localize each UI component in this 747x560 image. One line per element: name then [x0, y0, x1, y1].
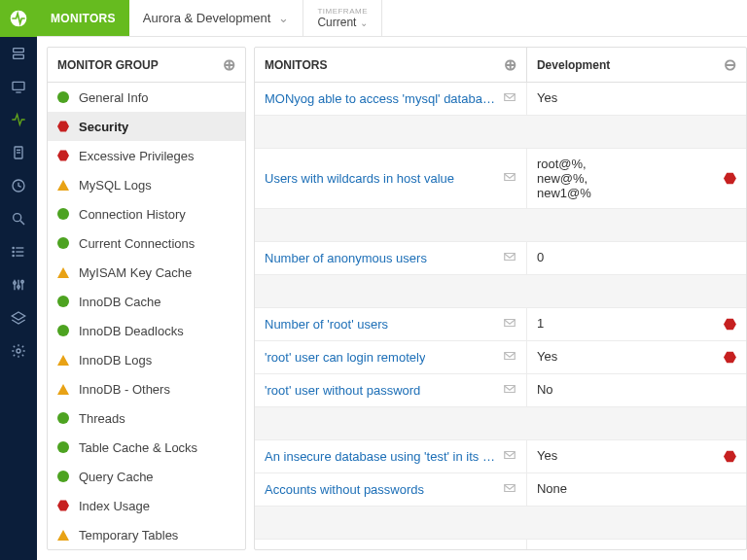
group-item[interactable]: Table Cache & Locks — [48, 433, 245, 462]
warning-icon — [724, 351, 736, 364]
group-item[interactable]: MyISAM Key Cache — [48, 258, 245, 287]
row-separator — [255, 407, 746, 440]
mail-icon[interactable] — [503, 170, 516, 187]
monitor-value-cell: Yes — [527, 83, 746, 115]
group-item-label: Temporary Tables — [79, 528, 178, 542]
group-item-label: Connection History — [79, 207, 186, 222]
warning-icon — [724, 450, 736, 463]
monitor-value-cell: Yes — [527, 341, 746, 373]
svg-point-14 — [13, 247, 14, 248]
group-item[interactable]: General Info — [48, 83, 245, 112]
group-item[interactable]: Excessive Privileges — [48, 141, 245, 170]
add-group-button[interactable]: ⊕ — [223, 57, 235, 73]
group-item-label: InnoDB Deadlocks — [79, 324, 184, 338]
group-item-label: Threads — [79, 411, 125, 426]
status-hex-red — [57, 150, 69, 161]
group-item[interactable]: InnoDB Deadlocks — [48, 316, 245, 345]
monitor-row: Accounts without passwordsNone — [255, 473, 746, 507]
add-monitor-button[interactable]: ⊕ — [504, 57, 516, 73]
monitor-row: Users with wildcards in host valueroot@%… — [255, 149, 746, 209]
monitor-name: MONyog able to access 'mysql' databa… — [265, 91, 495, 106]
monitors-tab[interactable]: MONITORS — [37, 0, 129, 36]
group-item[interactable]: Current Connections — [48, 228, 245, 258]
monitor-value-cell: No — [527, 374, 746, 406]
monitor-row: An insecure database using 'test' in its… — [255, 440, 746, 473]
development-column-title: Development — [537, 58, 610, 72]
doc-icon[interactable] — [0, 136, 37, 169]
sliders-icon[interactable] — [0, 268, 37, 301]
monitor-value: 0 — [537, 250, 544, 264]
monitor-value-cell: 0 — [527, 242, 746, 274]
monitor-name-cell[interactable]: Users with wildcards in host value — [255, 149, 527, 208]
monitors-body: MONyog able to access 'mysql' databa…Yes… — [255, 83, 746, 549]
monitor-group-list: General InfoSecurityExcessive Privileges… — [48, 83, 245, 549]
group-item-label: InnoDB Cache — [79, 295, 161, 309]
group-item[interactable]: InnoDB - Others — [48, 374, 245, 403]
app-logo[interactable] — [0, 0, 37, 37]
status-triangle-warn — [57, 355, 69, 366]
monitor-value-cell: 1 — [527, 308, 746, 340]
status-hex-red — [57, 500, 69, 511]
monitor-name-cell[interactable]: 'root' user without password — [255, 374, 527, 406]
layers-icon[interactable] — [0, 301, 37, 334]
monitor-name-cell[interactable]: Accounts without passwords — [255, 473, 527, 506]
monitor-name-cell[interactable]: An insecure database using 'test' in its… — [255, 440, 527, 472]
monitor-name-cell[interactable]: Number of 'root' users — [255, 308, 527, 340]
clock-icon[interactable] — [0, 169, 37, 202]
status-dot-green — [57, 296, 69, 307]
collapse-column-button[interactable]: ⊖ — [724, 57, 736, 73]
list-icon[interactable] — [0, 235, 37, 268]
status-triangle-warn — [57, 267, 69, 278]
group-item[interactable]: Index Usage — [48, 491, 245, 520]
monitor-group-header: MONITOR GROUP ⊕ — [48, 48, 245, 83]
monitor-name-cell[interactable]: 'root' user can login remotely — [255, 341, 527, 373]
group-item[interactable]: Connection History — [48, 199, 245, 228]
group-item[interactable]: Security — [48, 112, 245, 141]
monitor-name-cell[interactable]: MONyog able to access 'mysql' databa… — [255, 83, 527, 115]
monitor-group-panel: MONITOR GROUP ⊕ General InfoSecurityExce… — [47, 47, 246, 550]
timeframe-selector[interactable]: TIMEFRAME Current⌄ — [303, 0, 382, 36]
svg-point-16 — [13, 255, 14, 256]
monitor-name-cell[interactable]: Need to resolve host name? — [255, 540, 527, 549]
server-selector-value: Aurora & Development — [143, 11, 271, 25]
monitor-group-title: MONITOR GROUP — [57, 58, 159, 72]
monitor-row: Need to resolve host name?YES — [255, 540, 746, 549]
group-item[interactable]: Temporary Tables — [48, 520, 245, 549]
mail-icon[interactable] — [503, 349, 516, 366]
chevron-down-icon: ⌄ — [360, 18, 368, 28]
server-icon[interactable] — [0, 37, 37, 70]
status-dot-green — [57, 441, 69, 453]
svg-rect-2 — [14, 54, 24, 58]
group-item[interactable]: MySQL Logs — [48, 170, 245, 199]
monitor-name: Number of 'root' users — [265, 317, 388, 332]
status-triangle-warn — [57, 180, 69, 191]
monitor-name: 'root' user without password — [265, 383, 420, 398]
timeframe-value: Current⌄ — [317, 16, 368, 29]
group-item[interactable]: Query Cache — [48, 462, 245, 491]
mail-icon[interactable] — [503, 448, 516, 465]
gear-icon[interactable] — [0, 334, 37, 368]
mail-icon[interactable] — [503, 90, 516, 107]
status-hex-red — [57, 121, 69, 132]
mail-icon[interactable] — [503, 316, 516, 332]
pulse-icon[interactable] — [0, 103, 37, 136]
svg-rect-1 — [14, 49, 24, 52]
status-dot-green — [57, 208, 69, 220]
mail-icon[interactable] — [503, 250, 516, 266]
row-separator — [255, 275, 746, 308]
monitor-value-cell: YES — [527, 540, 746, 549]
monitor-value: root@%, new@%, new1@% — [537, 157, 591, 200]
monitor-row: Number of 'root' users1 — [255, 308, 746, 341]
group-item-label: MyISAM Key Cache — [79, 265, 192, 280]
group-item[interactable]: Threads — [48, 403, 245, 433]
monitor-value: Yes — [537, 90, 557, 105]
mail-icon[interactable] — [503, 481, 516, 498]
group-item[interactable]: InnoDB Cache — [48, 287, 245, 316]
search-icon[interactable] — [0, 202, 37, 235]
group-item-label: Excessive Privileges — [79, 149, 195, 163]
server-selector[interactable]: Aurora & Development ⌄ — [129, 0, 304, 36]
monitor-name-cell[interactable]: Number of anonymous users — [255, 242, 527, 274]
group-item[interactable]: InnoDB Logs — [48, 345, 245, 374]
display-icon[interactable] — [0, 70, 37, 103]
mail-icon[interactable] — [503, 382, 516, 399]
